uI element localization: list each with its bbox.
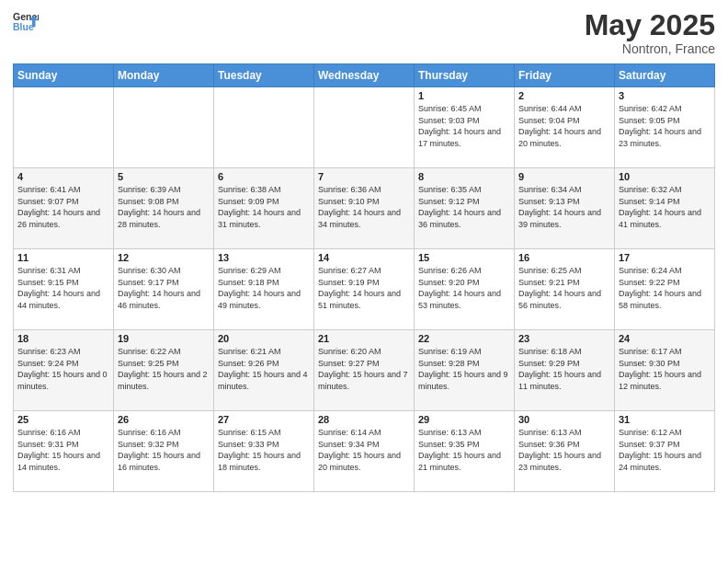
day-info: Sunrise: 6:26 AM Sunset: 9:20 PM Dayligh… <box>418 265 510 311</box>
day-info: Sunrise: 6:38 AM Sunset: 9:09 PM Dayligh… <box>218 184 310 230</box>
day-info: Sunrise: 6:19 AM Sunset: 9:28 PM Dayligh… <box>418 346 510 392</box>
calendar-cell <box>114 87 214 168</box>
day-info: Sunrise: 6:32 AM Sunset: 9:14 PM Dayligh… <box>619 184 711 230</box>
day-info: Sunrise: 6:20 AM Sunset: 9:27 PM Dayligh… <box>318 346 410 392</box>
day-number: 4 <box>17 171 109 182</box>
day-number: 29 <box>418 414 510 425</box>
calendar-cell: 31Sunrise: 6:12 AM Sunset: 9:37 PM Dayli… <box>615 411 715 492</box>
day-number: 22 <box>418 333 510 344</box>
day-number: 18 <box>17 333 109 344</box>
day-number: 24 <box>619 333 711 344</box>
month-title: May 2025 <box>585 9 715 41</box>
day-info: Sunrise: 6:16 AM Sunset: 9:32 PM Dayligh… <box>118 427 210 473</box>
header: General Blue May 2025 Nontron, France <box>13 9 715 56</box>
day-info: Sunrise: 6:24 AM Sunset: 9:22 PM Dayligh… <box>619 265 711 311</box>
calendar-cell: 5Sunrise: 6:39 AM Sunset: 9:08 PM Daylig… <box>114 168 214 249</box>
day-info: Sunrise: 6:34 AM Sunset: 9:13 PM Dayligh… <box>518 184 610 230</box>
day-info: Sunrise: 6:27 AM Sunset: 9:19 PM Dayligh… <box>318 265 410 311</box>
day-number: 9 <box>518 171 610 182</box>
weekday-header-monday: Monday <box>114 64 214 87</box>
calendar-cell <box>214 87 314 168</box>
day-number: 7 <box>318 171 410 182</box>
calendar-cell: 26Sunrise: 6:16 AM Sunset: 9:32 PM Dayli… <box>114 411 214 492</box>
day-number: 31 <box>619 414 711 425</box>
calendar-cell: 9Sunrise: 6:34 AM Sunset: 9:13 PM Daylig… <box>515 168 615 249</box>
calendar-cell: 27Sunrise: 6:15 AM Sunset: 9:33 PM Dayli… <box>214 411 314 492</box>
day-number: 28 <box>318 414 410 425</box>
day-info: Sunrise: 6:12 AM Sunset: 9:37 PM Dayligh… <box>619 427 711 473</box>
day-info: Sunrise: 6:45 AM Sunset: 9:03 PM Dayligh… <box>418 103 510 149</box>
day-number: 19 <box>118 333 210 344</box>
calendar-cell: 13Sunrise: 6:29 AM Sunset: 9:18 PM Dayli… <box>214 249 314 330</box>
day-number: 12 <box>118 252 210 263</box>
day-info: Sunrise: 6:31 AM Sunset: 9:15 PM Dayligh… <box>17 265 109 311</box>
day-info: Sunrise: 6:15 AM Sunset: 9:33 PM Dayligh… <box>218 427 310 473</box>
day-number: 8 <box>418 171 510 182</box>
calendar-cell: 7Sunrise: 6:36 AM Sunset: 9:10 PM Daylig… <box>314 168 415 249</box>
weekday-header-friday: Friday <box>515 64 615 87</box>
day-number: 6 <box>218 171 310 182</box>
weekday-header-row: SundayMondayTuesdayWednesdayThursdayFrid… <box>14 64 715 87</box>
calendar-cell: 28Sunrise: 6:14 AM Sunset: 9:34 PM Dayli… <box>314 411 415 492</box>
day-info: Sunrise: 6:25 AM Sunset: 9:21 PM Dayligh… <box>518 265 610 311</box>
calendar-cell: 6Sunrise: 6:38 AM Sunset: 9:09 PM Daylig… <box>214 168 314 249</box>
calendar-cell: 2Sunrise: 6:44 AM Sunset: 9:04 PM Daylig… <box>515 87 615 168</box>
day-info: Sunrise: 6:13 AM Sunset: 9:35 PM Dayligh… <box>418 427 510 473</box>
day-number: 30 <box>518 414 610 425</box>
day-info: Sunrise: 6:42 AM Sunset: 9:05 PM Dayligh… <box>619 103 711 149</box>
day-info: Sunrise: 6:21 AM Sunset: 9:26 PM Dayligh… <box>218 346 310 392</box>
day-number: 25 <box>17 414 109 425</box>
day-number: 23 <box>518 333 610 344</box>
calendar-cell: 18Sunrise: 6:23 AM Sunset: 9:24 PM Dayli… <box>14 330 114 411</box>
day-number: 15 <box>418 252 510 263</box>
day-info: Sunrise: 6:23 AM Sunset: 9:24 PM Dayligh… <box>17 346 109 392</box>
calendar-cell: 16Sunrise: 6:25 AM Sunset: 9:21 PM Dayli… <box>515 249 615 330</box>
calendar-cell: 30Sunrise: 6:13 AM Sunset: 9:36 PM Dayli… <box>515 411 615 492</box>
calendar-cell: 11Sunrise: 6:31 AM Sunset: 9:15 PM Dayli… <box>14 249 114 330</box>
calendar-cell: 15Sunrise: 6:26 AM Sunset: 9:20 PM Dayli… <box>415 249 515 330</box>
day-number: 5 <box>118 171 210 182</box>
calendar-cell: 24Sunrise: 6:17 AM Sunset: 9:30 PM Dayli… <box>615 330 715 411</box>
page: General Blue May 2025 Nontron, France Su… <box>0 0 728 563</box>
location: Nontron, France <box>585 41 715 56</box>
title-block: May 2025 Nontron, France <box>585 9 715 56</box>
calendar-cell: 10Sunrise: 6:32 AM Sunset: 9:14 PM Dayli… <box>615 168 715 249</box>
calendar-cell: 4Sunrise: 6:41 AM Sunset: 9:07 PM Daylig… <box>14 168 114 249</box>
day-info: Sunrise: 6:35 AM Sunset: 9:12 PM Dayligh… <box>418 184 510 230</box>
calendar-table: SundayMondayTuesdayWednesdayThursdayFrid… <box>13 63 715 492</box>
calendar-cell <box>14 87 114 168</box>
day-number: 10 <box>619 171 711 182</box>
day-info: Sunrise: 6:29 AM Sunset: 9:18 PM Dayligh… <box>218 265 310 311</box>
day-number: 20 <box>218 333 310 344</box>
calendar-cell: 21Sunrise: 6:20 AM Sunset: 9:27 PM Dayli… <box>314 330 415 411</box>
day-number: 27 <box>218 414 310 425</box>
day-number: 26 <box>118 414 210 425</box>
day-number: 11 <box>17 252 109 263</box>
day-info: Sunrise: 6:22 AM Sunset: 9:25 PM Dayligh… <box>118 346 210 392</box>
calendar-cell: 23Sunrise: 6:18 AM Sunset: 9:29 PM Dayli… <box>515 330 615 411</box>
day-number: 1 <box>418 90 510 101</box>
week-row-4: 25Sunrise: 6:16 AM Sunset: 9:31 PM Dayli… <box>14 411 715 492</box>
week-row-0: 1Sunrise: 6:45 AM Sunset: 9:03 PM Daylig… <box>14 87 715 168</box>
weekday-header-thursday: Thursday <box>415 64 515 87</box>
day-number: 16 <box>518 252 610 263</box>
day-number: 14 <box>318 252 410 263</box>
day-info: Sunrise: 6:17 AM Sunset: 9:30 PM Dayligh… <box>619 346 711 392</box>
logo-icon: General Blue <box>13 9 39 35</box>
calendar-cell: 29Sunrise: 6:13 AM Sunset: 9:35 PM Dayli… <box>415 411 515 492</box>
day-number: 17 <box>619 252 711 263</box>
calendar-cell: 12Sunrise: 6:30 AM Sunset: 9:17 PM Dayli… <box>114 249 214 330</box>
calendar-cell: 19Sunrise: 6:22 AM Sunset: 9:25 PM Dayli… <box>114 330 214 411</box>
week-row-2: 11Sunrise: 6:31 AM Sunset: 9:15 PM Dayli… <box>14 249 715 330</box>
weekday-header-wednesday: Wednesday <box>314 64 415 87</box>
day-info: Sunrise: 6:44 AM Sunset: 9:04 PM Dayligh… <box>518 103 610 149</box>
day-info: Sunrise: 6:36 AM Sunset: 9:10 PM Dayligh… <box>318 184 410 230</box>
calendar-cell: 8Sunrise: 6:35 AM Sunset: 9:12 PM Daylig… <box>415 168 515 249</box>
calendar-cell: 3Sunrise: 6:42 AM Sunset: 9:05 PM Daylig… <box>615 87 715 168</box>
day-info: Sunrise: 6:14 AM Sunset: 9:34 PM Dayligh… <box>318 427 410 473</box>
logo: General Blue <box>13 9 39 35</box>
calendar-cell: 22Sunrise: 6:19 AM Sunset: 9:28 PM Dayli… <box>415 330 515 411</box>
day-info: Sunrise: 6:18 AM Sunset: 9:29 PM Dayligh… <box>518 346 610 392</box>
svg-text:Blue: Blue <box>13 21 34 32</box>
day-info: Sunrise: 6:30 AM Sunset: 9:17 PM Dayligh… <box>118 265 210 311</box>
